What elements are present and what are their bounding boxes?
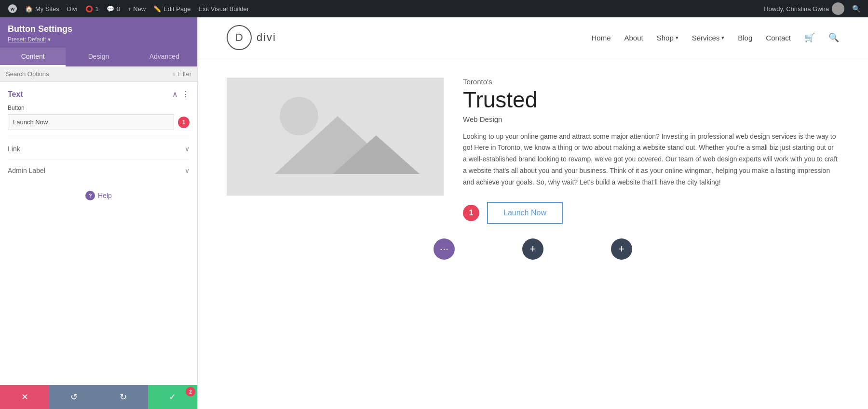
nav-home[interactable]: Home [591,34,610,42]
add-module-button-2[interactable]: + [611,238,632,260]
nav-services[interactable]: Services ▾ [692,34,725,42]
text-section-title: Text [8,90,23,99]
save-badge: 2 [186,387,195,396]
content-body: Looking to up your online game and attra… [463,131,839,188]
comment-count-button[interactable]: 💬 0 [103,0,124,17]
launch-btn-area: 1 Launch Now [463,202,839,224]
purple-dots-button[interactable]: ··· [434,238,455,260]
logo-circle: D [227,25,252,50]
redo-button[interactable]: ↻ [99,385,148,409]
launch-badge: 1 [463,205,479,221]
nav-blog[interactable]: Blog [738,34,752,42]
nav-search-icon[interactable]: 🔍 [828,32,839,43]
left-panel: Button Settings Preset: Default ▾ Conten… [0,17,198,409]
admin-label-section: Admin Label ∨ [8,159,190,181]
new-button[interactable]: + New [124,0,149,17]
user-info: Howdy, Christina Gwira [760,2,848,15]
button-badge: 1 [178,117,190,128]
logo-text: divi [257,31,276,44]
placeholder-image [227,78,444,196]
link-section-header[interactable]: Link ∨ [8,145,190,153]
circle-icon: ⭕ [85,5,93,13]
page-content: Toronto's Trusted Web Design Looking to … [198,58,868,293]
bottom-toolbar: ✕ ↺ ↻ ✓ 2 [0,385,197,409]
bottom-row: ··· + + [227,224,839,274]
add-module-button-1[interactable]: + [522,238,543,260]
home-icon: 🏠 [25,5,33,13]
content-heading: Trusted [463,88,839,112]
link-chevron-icon: ∨ [185,145,190,153]
admin-label-header[interactable]: Admin Label ∨ [8,167,190,174]
help-section[interactable]: ? Help [8,191,190,200]
panel-tabs: Content Design Advanced [0,48,197,66]
admin-label-title: Admin Label [8,167,45,174]
panel-header: Button Settings Preset: Default ▾ [0,17,197,48]
svg-point-5 [280,97,318,135]
tab-advanced[interactable]: Advanced [132,48,197,66]
content-text: Toronto's Trusted Web Design Looking to … [463,78,839,224]
shop-dropdown-icon: ▾ [676,35,678,41]
tab-content[interactable]: Content [0,48,66,66]
cart-icon[interactable]: 🛒 [804,32,815,43]
filter-button[interactable]: + Filter [172,70,191,78]
wp-admin-bar: W 🏠 My Sites Divi ⭕ 1 💬 0 + New ✏️ Edit … [0,0,868,17]
comments-button[interactable]: ⭕ 1 [81,0,103,17]
admin-label-chevron-icon: ∨ [185,167,190,174]
nav-contact[interactable]: Contact [766,34,791,42]
edit-page-button[interactable]: ✏️ Edit Page [149,0,194,17]
text-collapse-chevron[interactable]: ∧ [172,90,178,99]
text-more-options[interactable]: ⋮ [182,90,190,99]
nav-shop[interactable]: Shop ▾ [657,34,678,42]
button-field-label: Button [8,105,190,111]
content-subheading: Web Design [463,115,839,123]
panel-content: Text ∧ ⋮ Button 1 Link ∨ [0,82,197,385]
site-logo: D divi [227,25,276,50]
text-section-controls: ∧ ⋮ [172,90,190,99]
help-label: Help [98,192,112,199]
my-sites-button[interactable]: 🏠 My Sites [21,0,63,17]
wp-icon-button[interactable]: W [4,0,21,17]
tab-design[interactable]: Design [66,48,131,66]
save-button[interactable]: ✓ 2 [148,385,197,409]
page-preview: D divi Home About Shop ▾ Services ▾ Blog… [198,17,868,409]
discard-button[interactable]: ✕ [0,385,49,409]
search-icon[interactable]: 🔍 [848,5,864,13]
comment-icon: 💬 [107,5,114,13]
search-options-input[interactable] [6,70,172,78]
nav-about[interactable]: About [624,34,643,42]
exit-builder-button[interactable]: Exit Visual Builder [195,0,253,17]
services-dropdown-icon: ▾ [721,35,724,41]
svg-text:W: W [11,7,15,12]
help-icon: ? [85,191,95,200]
pencil-icon: ✏️ [153,5,161,13]
link-section: Link ∨ [8,138,190,159]
content-row: Toronto's Trusted Web Design Looking to … [227,78,839,224]
divi-button[interactable]: Divi [63,0,81,17]
button-field-row: 1 [8,114,190,130]
button-text-input[interactable] [8,114,174,130]
content-eyebrow: Toronto's [463,78,839,86]
text-section-header: Text ∧ ⋮ [8,90,190,99]
launch-now-button[interactable]: Launch Now [487,202,563,224]
main-wrapper: Button Settings Preset: Default ▾ Conten… [0,17,868,409]
panel-preset[interactable]: Preset: Default ▾ [8,36,190,43]
search-options-bar: + Filter [0,66,197,82]
undo-button[interactable]: ↺ [49,385,98,409]
avatar [832,2,844,15]
panel-title: Button Settings [8,24,190,34]
site-header: D divi Home About Shop ▾ Services ▾ Blog… [198,17,868,58]
link-section-title: Link [8,145,20,153]
site-nav: Home About Shop ▾ Services ▾ Blog Contac… [591,32,839,43]
